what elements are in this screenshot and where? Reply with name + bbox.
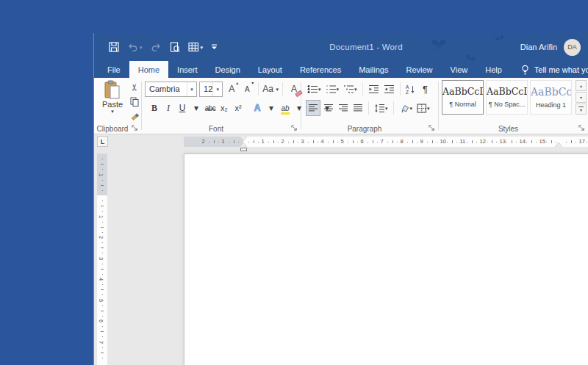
copy-button[interactable] xyxy=(128,95,141,108)
increase-indent-button[interactable] xyxy=(382,81,396,97)
style-name: ¶ Normal xyxy=(442,101,483,108)
ruler-tick xyxy=(308,142,309,142)
ruler-tick xyxy=(101,164,104,165)
font-dialog-launcher[interactable] xyxy=(290,124,298,132)
customize-quick-access-icon[interactable] xyxy=(211,43,218,51)
tab-home[interactable]: Home xyxy=(129,61,168,78)
vertical-ruler[interactable]: 11234567 xyxy=(97,153,107,365)
ruler-tick xyxy=(348,142,348,142)
multilevel-list-button[interactable]: ▾ xyxy=(342,81,359,97)
tab-help[interactable]: Help xyxy=(476,61,511,78)
save-icon[interactable] xyxy=(109,42,119,52)
borders-button[interactable]: ▾ xyxy=(415,100,431,116)
superscript-button[interactable]: x² xyxy=(232,100,245,116)
redo-icon[interactable] xyxy=(151,43,162,52)
decrease-indent-button[interactable] xyxy=(367,81,381,97)
tell-me-box[interactable]: Tell me what you want to do xyxy=(521,61,588,78)
borders-arrow: ▾ xyxy=(427,106,430,111)
justify-button[interactable] xyxy=(351,100,365,116)
hanging-indent-marker[interactable] xyxy=(240,142,247,147)
tab-stop-selector[interactable]: L xyxy=(97,136,108,147)
ruler-tick xyxy=(268,142,269,142)
align-center-button[interactable] xyxy=(322,100,335,116)
change-case-button[interactable]: Aa ▾ xyxy=(263,81,278,97)
gallery-down-button[interactable]: ▾ xyxy=(576,92,587,103)
ruler-tick xyxy=(437,142,437,142)
line-spacing-button[interactable]: ▾ xyxy=(373,100,390,116)
paste-button[interactable]: Paste ▾ xyxy=(99,80,126,123)
highlight-button[interactable]: ab xyxy=(279,100,292,116)
grow-font-button[interactable]: A▴ xyxy=(225,81,238,97)
font-size-value: 12 xyxy=(204,84,212,93)
change-case-glyph: Aa xyxy=(262,84,273,94)
tab-layout[interactable]: Layout xyxy=(249,61,291,78)
tab-view[interactable]: View xyxy=(442,61,477,78)
font-size-dropdown-arrow[interactable]: ▾ xyxy=(212,82,222,96)
style-normal[interactable]: AaBbCcD ¶ Normal xyxy=(442,80,484,115)
italic-button[interactable]: I xyxy=(162,100,175,116)
align-left-button[interactable] xyxy=(306,100,320,116)
tab-mailings[interactable]: Mailings xyxy=(350,61,397,78)
left-indent-marker[interactable] xyxy=(240,148,247,151)
subscript-button[interactable]: x₂ xyxy=(218,100,231,116)
strikethrough-button[interactable]: abc xyxy=(204,100,217,116)
bullets-button[interactable]: ▾ xyxy=(306,81,323,97)
font-family-combobox[interactable]: Cambria ▾ xyxy=(145,82,197,97)
ruler-tick xyxy=(102,242,103,243)
font-size-combobox[interactable]: 12 ▾ xyxy=(199,82,223,97)
format-painter-button[interactable] xyxy=(128,110,141,123)
shrink-font-glyph: A xyxy=(245,85,250,93)
paragraph-group-label: Paragraph xyxy=(301,125,428,133)
ruler-tick xyxy=(487,142,487,142)
ruler-tick xyxy=(102,274,103,275)
ruler-tick xyxy=(102,159,103,159)
paragraph-dialog-launcher[interactable] xyxy=(428,124,436,132)
style-heading-1[interactable]: AaBbCc Heading 1 xyxy=(530,80,572,115)
account-button[interactable]: Dian Arifin DA xyxy=(520,33,581,61)
avatar[interactable]: DA xyxy=(564,39,581,56)
table-icon[interactable]: ▾ xyxy=(188,42,204,52)
clipboard-dialog-launcher[interactable] xyxy=(131,124,139,132)
sort-button[interactable]: AZ xyxy=(404,81,417,97)
document-page[interactable] xyxy=(184,153,588,365)
separator xyxy=(400,82,401,95)
font-family-dropdown-arrow[interactable]: ▾ xyxy=(187,82,196,96)
cut-button[interactable]: ✂ xyxy=(128,81,141,93)
tab-review[interactable]: Review xyxy=(398,61,442,78)
horizontal-ruler[interactable]: 2112345678910111213141517 xyxy=(184,137,588,147)
ruler-tick: 2 xyxy=(202,138,205,145)
clear-formatting-button[interactable]: A xyxy=(287,81,301,97)
text-effects-arrow[interactable]: ▾ xyxy=(265,100,278,116)
tab-insert[interactable]: Insert xyxy=(168,61,207,78)
ribbon: Paste ▾ ✂ Clipboard Cambria ▾ xyxy=(94,78,588,134)
ruler-tick: 3 xyxy=(98,256,104,259)
gallery-more-button[interactable]: ▾ xyxy=(576,104,587,115)
tab-references[interactable]: References xyxy=(291,61,350,78)
first-line-indent-marker[interactable] xyxy=(240,137,247,141)
numbering-button[interactable]: ▾ xyxy=(324,81,341,97)
align-right-button[interactable] xyxy=(337,100,350,116)
undo-icon[interactable]: ▾ xyxy=(127,43,143,52)
print-preview-icon[interactable] xyxy=(170,42,180,53)
tab-design[interactable]: Design xyxy=(207,61,249,78)
gallery-up-button[interactable]: ▴ xyxy=(576,80,587,91)
underline-dropdown-arrow[interactable]: ▾ xyxy=(190,100,203,116)
bold-button[interactable]: B xyxy=(148,100,161,116)
underline-button[interactable]: U xyxy=(176,100,189,116)
ruler-tick xyxy=(101,269,104,270)
right-indent-marker[interactable] xyxy=(555,142,562,147)
ruler-tick: 11 xyxy=(460,138,466,145)
ruler-tick xyxy=(526,142,527,142)
ruler-tick: 1 xyxy=(262,138,265,145)
style-no-spacing[interactable]: AaBbCcD ¶ No Spac... xyxy=(486,80,528,115)
shrink-font-button[interactable]: A▾ xyxy=(240,81,254,97)
show-hide-pilcrow-button[interactable]: ¶ xyxy=(419,81,432,97)
ruler-tick xyxy=(536,142,537,142)
ruler-tick xyxy=(452,140,453,143)
tab-file[interactable]: File xyxy=(98,61,129,78)
shading-button[interactable]: ▾ xyxy=(398,100,415,116)
text-effects-button[interactable]: A xyxy=(251,100,264,116)
styles-dialog-launcher[interactable] xyxy=(578,124,586,132)
ruler-tick xyxy=(273,140,274,143)
ruler-tick: 12 xyxy=(480,138,486,145)
